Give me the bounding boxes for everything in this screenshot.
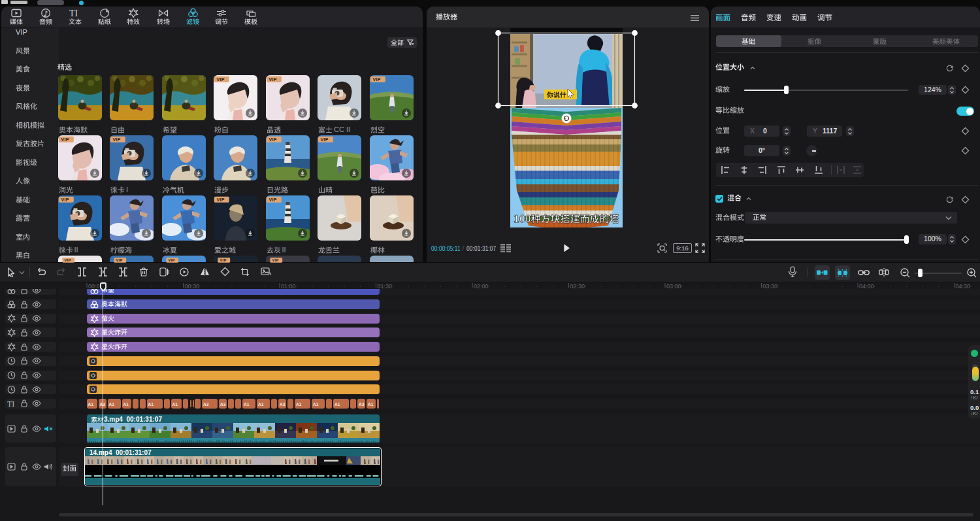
svg-text:VIP: VIP xyxy=(61,197,69,201)
svg-text:03:30: 03:30 xyxy=(763,283,778,290)
svg-text:VIP: VIP xyxy=(272,258,278,262)
svg-text:VIP: VIP xyxy=(64,258,71,262)
svg-text:04:30: 04:30 xyxy=(956,283,971,290)
svg-text:VIP: VIP xyxy=(269,197,276,201)
svg-text:00:30: 00:30 xyxy=(185,283,200,290)
svg-text:VIP: VIP xyxy=(372,76,380,81)
svg-text:02:30: 02:30 xyxy=(570,283,585,290)
svg-text:01:00: 01:00 xyxy=(281,283,296,290)
svg-text:TI: TI xyxy=(69,8,78,18)
svg-text:VIP: VIP xyxy=(217,197,225,201)
svg-text:VIP: VIP xyxy=(269,76,276,81)
svg-text:VIP: VIP xyxy=(168,258,174,262)
svg-text:VIP: VIP xyxy=(269,137,276,141)
svg-text:VIP: VIP xyxy=(321,137,329,141)
svg-text:VIP: VIP xyxy=(217,76,225,81)
svg-text:TI: TI xyxy=(7,399,14,408)
svg-text:VIP: VIP xyxy=(61,137,69,141)
svg-text:03:00: 03:00 xyxy=(666,283,681,290)
svg-text:02:00: 02:00 xyxy=(474,283,489,290)
svg-text:01:30: 01:30 xyxy=(378,283,393,290)
svg-text:VIP: VIP xyxy=(113,137,121,141)
svg-text:VIP: VIP xyxy=(220,258,226,262)
svg-text:VIP: VIP xyxy=(116,258,122,262)
svg-text:04:00: 04:00 xyxy=(859,283,874,290)
